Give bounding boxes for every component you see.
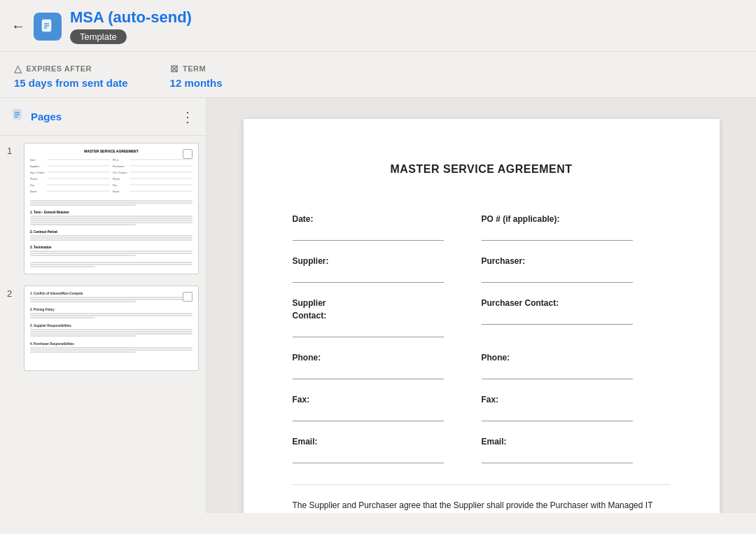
document-page-1: MASTER SERVICE AGREEMENT Date: PO # (if … (244, 119, 720, 513)
field-phone-purchaser: Phone: (482, 344, 671, 386)
page-1-checkbox (183, 149, 192, 159)
expires-value: 15 days from sent date (14, 77, 128, 89)
warning-icon: △ (14, 63, 22, 74)
header-text-group: MSA (auto-send) Template (70, 8, 192, 44)
document-icon (34, 13, 62, 41)
field-purchaser-contact: Purchaser Contact: (482, 290, 671, 344)
hourglass-icon: ⊠ (170, 63, 179, 74)
sidebar-header: Pages ⋮ (0, 98, 206, 136)
template-badge: Template (70, 29, 127, 44)
term-value: 12 months (170, 77, 223, 89)
pages-icon (11, 108, 25, 125)
term-meta: ⊠ TERM 12 months (170, 63, 223, 89)
document-fields-grid: Date: PO # (if applicable): Supplier: Pu… (293, 206, 671, 470)
expires-label: △ EXPIRES AFTER (14, 63, 128, 74)
field-fax-purchaser: Fax: (482, 386, 671, 428)
pages-list: 1 MASTER SERVICE AGREEMENT Date: PO #: (0, 136, 206, 378)
doc-intro-text: The Supplier and Purchaser agree that th… (293, 499, 671, 513)
pages-menu-button[interactable]: ⋮ (181, 108, 195, 125)
page-1-item[interactable]: 1 MASTER SERVICE AGREEMENT Date: PO #: (7, 143, 199, 274)
field-email-supplier: Email: (293, 428, 482, 470)
svg-rect-5 (13, 109, 21, 119)
back-button[interactable]: ← (11, 18, 25, 34)
page-1-thumbnail[interactable]: MASTER SERVICE AGREEMENT Date: PO #: Sup… (24, 143, 199, 274)
header: ← MSA (auto-send) Template (0, 0, 756, 52)
sidebar: Pages ⋮ 1 MASTER SERVICE AGREEMENT Date: (0, 98, 206, 513)
pages-section-header: Pages (11, 108, 62, 125)
document-main-title: MASTER SERVICE AGREEMENT (293, 161, 671, 178)
document-title: MSA (auto-send) (70, 8, 192, 27)
field-po: PO # (if applicable): (482, 206, 671, 248)
page-2-checkbox (183, 292, 192, 302)
term-label: ⊠ TERM (170, 63, 223, 74)
page-2-thumbnail[interactable]: 1. Conflict of Interest/Non-Compete 2. P… (24, 286, 199, 371)
field-email-purchaser: Email: (482, 428, 671, 470)
doc-separator (293, 484, 671, 485)
expires-meta: △ EXPIRES AFTER 15 days from sent date (14, 63, 128, 89)
field-purchaser: Purchaser: (482, 248, 671, 290)
field-fax-supplier: Fax: (293, 386, 482, 428)
field-supplier-contact: SupplierContact: (293, 290, 482, 344)
main-layout: Pages ⋮ 1 MASTER SERVICE AGREEMENT Date: (0, 98, 756, 513)
field-supplier: Supplier: (293, 248, 482, 290)
content-area: MASTER SERVICE AGREEMENT Date: PO # (if … (206, 98, 756, 513)
field-date: Date: (293, 206, 482, 248)
page-2-number: 2 (7, 288, 18, 299)
page-1-number: 1 (7, 146, 18, 156)
meta-bar: △ EXPIRES AFTER 15 days from sent date ⊠… (0, 52, 756, 98)
pages-label: Pages (31, 111, 62, 122)
field-phone-supplier: Phone: (293, 344, 482, 386)
page-2-item[interactable]: 2 1. Conflict of Interest/Non-Compete 2.… (7, 286, 199, 371)
